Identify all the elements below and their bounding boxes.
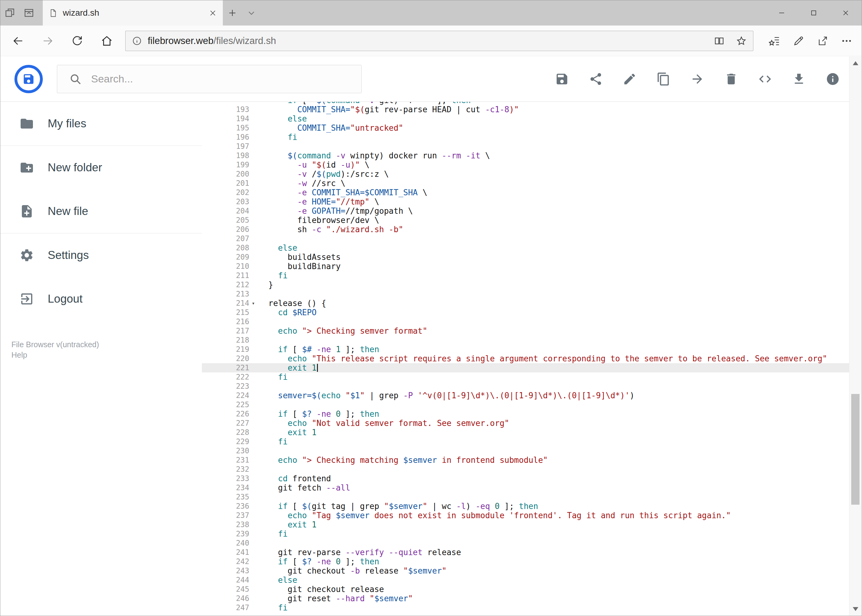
filebrowser-logo[interactable] [14, 65, 43, 93]
search-input[interactable] [90, 72, 326, 85]
scroll-up-button[interactable] [849, 57, 861, 69]
share-button[interactable] [588, 72, 603, 86]
code-line-216[interactable]: 216 [202, 317, 849, 326]
help-link[interactable]: Help [11, 350, 99, 360]
vertical-scrollbar[interactable] [849, 57, 861, 615]
code-button[interactable] [758, 72, 772, 86]
reading-view-icon[interactable] [714, 35, 725, 46]
code-line-246[interactable]: 246 git reset --hard "$semver" [202, 594, 849, 603]
code-line-226[interactable]: 226 if [ $? -ne 0 ]; then [202, 409, 849, 418]
code-line-243[interactable]: 243 git checkout -b release "$semver" [202, 566, 849, 575]
code-line-238[interactable]: 238 exit 1 [202, 520, 849, 529]
refresh-button[interactable] [63, 25, 92, 56]
code-line-236[interactable]: 236 if [ $(git tag | grep "$semver" | wc… [202, 501, 849, 511]
edit-button[interactable] [622, 72, 637, 86]
code-line-209[interactable]: 209 buildAssets [202, 253, 849, 262]
sidebar-item-logout[interactable]: Logout [0, 277, 202, 321]
code-line-218[interactable]: 218 [202, 336, 849, 345]
site-info-icon[interactable] [132, 36, 142, 46]
scroll-down-button[interactable] [849, 602, 861, 615]
code-line-194[interactable]: 194 else [202, 114, 849, 123]
set-tabs-aside-button[interactable] [0, 0, 19, 25]
code-line-197[interactable]: 197 [202, 142, 849, 151]
download-button[interactable] [791, 72, 806, 86]
code-line-201[interactable]: 201 -w //src \ [202, 179, 849, 188]
search-box[interactable] [57, 65, 362, 93]
info-button[interactable] [826, 72, 840, 86]
code-line-195[interactable]: 195 COMMIT_SHA="untracked" [202, 123, 849, 132]
code-line-212[interactable]: 212} [202, 280, 849, 289]
tab-list-chevron-button[interactable] [242, 0, 261, 25]
code-line-239[interactable]: 239 fi [202, 529, 849, 539]
code-line-198[interactable]: 198 $(command -v winpty) docker run --rm… [202, 151, 849, 160]
save-button[interactable] [555, 72, 569, 86]
code-line-240[interactable]: 240 [202, 539, 849, 548]
minimize-button[interactable] [766, 0, 798, 25]
code-line-235[interactable]: 235 [202, 492, 849, 501]
code-line-219[interactable]: 219 if [ $# -ne 1 ]; then [202, 345, 849, 354]
code-line-193[interactable]: 193 COMMIT_SHA="$(git rev-parse HEAD | c… [202, 105, 849, 114]
code-line-228[interactable]: 228 exit 1 [202, 428, 849, 437]
browser-tab[interactable]: wizard.sh [43, 0, 223, 25]
forward-button[interactable] [33, 25, 63, 56]
delete-button[interactable] [724, 72, 739, 86]
more-button[interactable] [835, 25, 859, 56]
code-line-215[interactable]: 215 cd $REPO [202, 308, 849, 317]
code-line-224[interactable]: 224 semver=$(echo "$1" | grep -P '^v(0|[… [202, 391, 849, 400]
code-line-211[interactable]: 211 fi [202, 271, 849, 280]
code-line-196[interactable]: 196 fi [202, 132, 849, 142]
code-line-233[interactable]: 233 cd frontend [202, 474, 849, 483]
code-line-202[interactable]: 202 -e COMMIT_SHA=$COMMIT_SHA \ [202, 188, 849, 197]
address-bar[interactable]: filebrowser.web/files/wizard.sh [125, 31, 753, 51]
code-editor[interactable]: if [ "$(command -v git)" != "" ]; then19… [202, 102, 849, 616]
code-line-241[interactable]: 241 git rev-parse --verify --quiet relea… [202, 548, 849, 557]
code-line-227[interactable]: 227 echo "Not valid semver format. See s… [202, 418, 849, 428]
copy-button[interactable] [656, 72, 671, 86]
code-line-199[interactable]: 199 -u "$(id -u)" \ [202, 160, 849, 170]
code-line-221[interactable]: 221 exit 1 [202, 363, 849, 372]
code-line-192[interactable]: if [ "$(command -v git)" != "" ]; then [202, 102, 849, 105]
scrollbar-thumb[interactable] [851, 394, 860, 504]
new-tab-button[interactable] [223, 0, 242, 25]
code-line-231[interactable]: 231 echo "> Checking matching $semver in… [202, 456, 849, 465]
code-line-204[interactable]: 204 -e GOPATH=//tmp/gopath \ [202, 206, 849, 215]
share-button[interactable] [811, 25, 835, 56]
hub-button[interactable] [763, 25, 786, 56]
code-line-208[interactable]: 208 else [202, 243, 849, 253]
code-line-234[interactable]: 234 git fetch --all [202, 483, 849, 492]
code-line-207[interactable]: 207 [202, 234, 849, 243]
code-line-237[interactable]: 237 echo "Tag $semver does not exist in … [202, 511, 849, 520]
code-line-206[interactable]: 206 sh -c "./wizard.sh -b" [202, 225, 849, 234]
sidebar-item-my-files[interactable]: My files [0, 102, 202, 146]
sidebar-item-settings[interactable]: Settings [0, 233, 202, 277]
code-line-213[interactable]: 213 [202, 289, 849, 299]
code-line-245[interactable]: 245 git checkout release [202, 585, 849, 594]
code-line-223[interactable]: 223 [202, 382, 849, 391]
fold-arrow-icon[interactable]: ▾ [249, 299, 257, 308]
code-line-210[interactable]: 210 buildBinary [202, 262, 849, 271]
close-button[interactable] [830, 0, 862, 25]
code-line-214[interactable]: 214▾release () { [202, 299, 849, 308]
code-line-200[interactable]: 200 -v /$(pwd):/src:z \ [202, 170, 849, 179]
code-line-232[interactable]: 232 [202, 465, 849, 474]
tab-close-icon[interactable] [209, 9, 217, 17]
sidebar-item-new-folder[interactable]: New folder [0, 146, 202, 189]
code-line-247[interactable]: 247 fi [202, 603, 849, 612]
code-line-217[interactable]: 217 echo "> Checking semver format" [202, 326, 849, 336]
back-button[interactable] [3, 25, 33, 56]
code-line-230[interactable]: 230 [202, 446, 849, 456]
tab-preview-button[interactable] [19, 0, 38, 25]
code-line-203[interactable]: 203 -e HOME="//tmp" \ [202, 197, 849, 206]
move-button[interactable] [690, 72, 705, 86]
code-line-222[interactable]: 222 fi [202, 372, 849, 382]
code-line-205[interactable]: 205 filebrowser/dev \ [202, 215, 849, 225]
sidebar-item-new-file[interactable]: New file [0, 189, 202, 233]
maximize-button[interactable] [798, 0, 830, 25]
code-line-220[interactable]: 220 echo "This release script requires a… [202, 354, 849, 363]
code-line-229[interactable]: 229 fi [202, 437, 849, 446]
home-button[interactable] [92, 25, 121, 56]
code-line-242[interactable]: 242 if [ $? -ne 0 ]; then [202, 557, 849, 566]
favorite-star-icon[interactable] [736, 35, 747, 46]
code-line-225[interactable]: 225 [202, 400, 849, 409]
web-note-button[interactable] [786, 25, 811, 56]
